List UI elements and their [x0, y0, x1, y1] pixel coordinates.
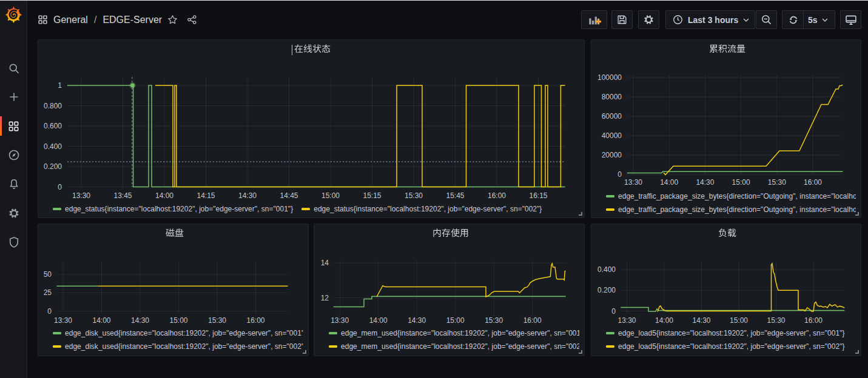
- svg-text:0.800: 0.800: [44, 102, 62, 110]
- svg-text:15:15: 15:15: [363, 191, 381, 200]
- svg-text:14:00: 14:00: [660, 178, 678, 187]
- svg-text:14:30: 14:30: [408, 316, 426, 325]
- svg-text:0: 0: [617, 170, 622, 179]
- svg-text:14:30: 14:30: [238, 191, 257, 200]
- svg-text:14:00: 14:00: [92, 316, 110, 325]
- svg-text:15:00: 15:00: [732, 178, 750, 187]
- svg-text:16:00: 16:00: [523, 316, 542, 325]
- svg-text:60000: 60000: [602, 112, 622, 121]
- svg-text:15:45: 15:45: [446, 191, 464, 200]
- svg-text:15:00: 15:00: [730, 316, 748, 325]
- svg-text:40000: 40000: [602, 131, 622, 140]
- svg-text:14:00: 14:00: [155, 191, 173, 200]
- svg-text:13:30: 13:30: [331, 316, 349, 325]
- svg-text:15:30: 15:30: [485, 316, 503, 325]
- svg-text:14:30: 14:30: [692, 316, 710, 325]
- svg-text:13:30: 13:30: [72, 191, 90, 200]
- svg-text:13:45: 13:45: [113, 191, 132, 200]
- svg-text:0.200: 0.200: [597, 286, 616, 294]
- svg-text:12: 12: [321, 294, 329, 302]
- svg-text:16:00: 16:00: [804, 316, 823, 325]
- svg-text:0.400: 0.400: [597, 265, 616, 274]
- svg-text:15:30: 15:30: [767, 316, 785, 325]
- svg-text:50: 50: [44, 270, 52, 279]
- svg-text:13:30: 13:30: [617, 316, 636, 325]
- svg-text:80000: 80000: [602, 93, 622, 101]
- svg-text:13:30: 13:30: [54, 316, 72, 325]
- svg-text:14:30: 14:30: [696, 178, 714, 187]
- svg-text:14:15: 14:15: [197, 191, 215, 200]
- svg-text:0.600: 0.600: [44, 122, 62, 130]
- svg-text:15:00: 15:00: [169, 316, 187, 325]
- svg-text:16:00: 16:00: [246, 316, 264, 325]
- svg-text:15:30: 15:30: [768, 178, 786, 187]
- svg-text:100000: 100000: [597, 73, 622, 82]
- svg-text:15:30: 15:30: [208, 316, 226, 325]
- svg-text:14:30: 14:30: [131, 316, 149, 325]
- svg-text:16:15: 16:15: [529, 191, 547, 200]
- svg-text:13:30: 13:30: [624, 178, 642, 187]
- svg-text:14: 14: [321, 259, 329, 267]
- svg-text:1: 1: [58, 81, 62, 90]
- svg-text:15:00: 15:00: [321, 191, 340, 200]
- svg-text:20000: 20000: [602, 151, 622, 159]
- svg-text:14:00: 14:00: [369, 316, 388, 325]
- svg-text:14:00: 14:00: [655, 316, 673, 325]
- svg-text:15:30: 15:30: [405, 191, 423, 200]
- svg-text:0.200: 0.200: [44, 162, 62, 171]
- svg-text:0: 0: [58, 183, 62, 191]
- svg-text:14:45: 14:45: [280, 191, 298, 200]
- svg-text:0: 0: [47, 307, 52, 316]
- svg-text:0: 0: [611, 307, 616, 316]
- svg-text:15:00: 15:00: [446, 316, 465, 325]
- svg-text:0.400: 0.400: [44, 142, 62, 151]
- svg-text:25: 25: [44, 288, 52, 297]
- svg-text:16:00: 16:00: [804, 178, 822, 187]
- svg-text:16:00: 16:00: [488, 191, 506, 200]
